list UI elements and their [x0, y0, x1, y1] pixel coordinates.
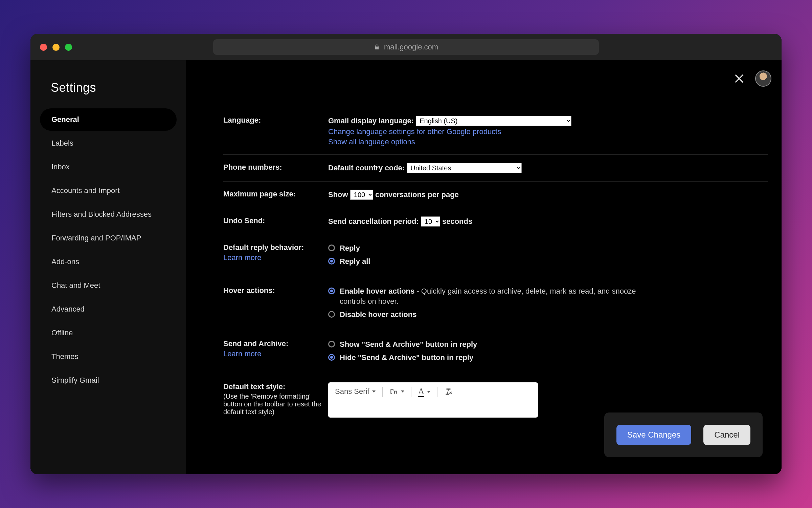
- content-reply: Reply Reply all: [328, 243, 768, 270]
- close-icon[interactable]: [734, 73, 745, 84]
- app-content: Settings General Labels Inbox Accounts a…: [30, 60, 782, 474]
- cancel-button[interactable]: Cancel: [703, 425, 750, 445]
- label-pagesize: Maximum page size:: [223, 190, 328, 200]
- undo-suffix: seconds: [442, 217, 472, 226]
- label-reply-text: Default reply behavior:: [223, 243, 304, 252]
- sidebar-title: Settings: [40, 74, 177, 108]
- default-country-code-label: Default country code:: [328, 164, 405, 172]
- undo-period-select[interactable]: 10: [421, 216, 440, 227]
- radio-reply-all-label: Reply all: [340, 256, 370, 267]
- sidebar-item-chat[interactable]: Chat and Meet: [40, 274, 177, 297]
- radio-reply[interactable]: Reply: [328, 243, 768, 254]
- save-changes-button[interactable]: Save Changes: [616, 425, 691, 445]
- titlebar: mail.google.com: [30, 34, 782, 60]
- radio-hover-enable[interactable]: Enable hover actions - Quickly gain acce…: [328, 286, 768, 307]
- content-undo: Send cancellation period: 10 seconds: [328, 216, 768, 227]
- top-right-controls: [734, 70, 771, 87]
- chevron-down-icon: [427, 391, 430, 393]
- gmail-display-language-label: Gmail display language:: [328, 117, 414, 125]
- radio-icon: [328, 245, 335, 251]
- row-undo: Undo Send: Send cancellation period: 10 …: [223, 208, 768, 235]
- content-phone: Default country code: United States: [328, 163, 768, 173]
- link-sendarchive-learn-more[interactable]: Learn more: [223, 350, 328, 358]
- sidebar-item-accounts[interactable]: Accounts and Import: [40, 179, 177, 202]
- font-family-dropdown[interactable]: Sans Serif: [335, 387, 376, 396]
- content-hover: Enable hover actions - Quickly gain acce…: [328, 286, 768, 323]
- hover-enable-label: Enable hover actions: [340, 287, 414, 295]
- undo-period-label: Send cancellation period:: [328, 217, 419, 226]
- label-textstyle-hint: (Use the 'Remove formatting' button on t…: [223, 393, 328, 416]
- pagesize-select[interactable]: 100: [350, 190, 373, 200]
- radio-icon: [328, 288, 335, 294]
- separator: [382, 387, 383, 397]
- separator: [437, 387, 437, 397]
- browser-window: mail.google.com Settings General Labels …: [30, 34, 782, 474]
- chevron-down-icon: [401, 390, 404, 393]
- avatar[interactable]: [755, 70, 771, 87]
- radio-icon: [328, 354, 335, 361]
- maximize-window-button[interactable]: [65, 44, 72, 51]
- sidebar-item-general[interactable]: General: [40, 108, 177, 131]
- label-language: Language:: [223, 116, 328, 146]
- radio-icon: [328, 311, 335, 318]
- remove-formatting-icon: [444, 387, 453, 396]
- font-size-dropdown[interactable]: [389, 387, 404, 396]
- sidebar-item-inbox[interactable]: Inbox: [40, 156, 177, 178]
- content-language: Gmail display language: English (US) Cha…: [328, 116, 768, 146]
- label-textstyle-text: Default text style:: [223, 382, 285, 391]
- sidebar-item-labels[interactable]: Labels: [40, 132, 177, 154]
- text-size-icon: [389, 387, 398, 396]
- settings-main: Language: Gmail display language: Englis…: [186, 60, 782, 474]
- radio-icon: [328, 258, 335, 264]
- radio-reply-all[interactable]: Reply all: [328, 256, 768, 267]
- sidebar-item-filters[interactable]: Filters and Blocked Addresses: [40, 203, 177, 226]
- minimize-window-button[interactable]: [52, 44, 60, 51]
- pagesize-suffix: conversations per page: [375, 190, 459, 199]
- sidebar-item-simplify[interactable]: Simplify Gmail: [40, 369, 177, 391]
- label-sendarchive-text: Send and Archive:: [223, 339, 288, 348]
- label-textstyle: Default text style: (Use the 'Remove for…: [223, 382, 328, 418]
- link-show-all-language-options[interactable]: Show all language options: [328, 137, 768, 146]
- radio-sendarchive-show[interactable]: Show "Send & Archive" button in reply: [328, 339, 768, 350]
- label-reply: Default reply behavior: Learn more: [223, 243, 328, 270]
- radio-sendarchive-hide[interactable]: Hide "Send & Archive" button in reply: [328, 353, 768, 363]
- sidebar-item-offline[interactable]: Offline: [40, 322, 177, 344]
- row-hover: Hover actions: Enable hover actions - Qu…: [223, 278, 768, 331]
- font-family-label: Sans Serif: [335, 387, 369, 396]
- sidebar-item-advanced[interactable]: Advanced: [40, 298, 177, 320]
- footer-action-bar: Save Changes Cancel: [604, 412, 763, 457]
- text-color-dropdown[interactable]: A: [418, 387, 431, 397]
- separator: [411, 387, 411, 397]
- radio-hover-disable[interactable]: Disable hover actions: [328, 310, 768, 320]
- traffic-lights: [40, 44, 72, 51]
- row-sendarchive: Send and Archive: Learn more Show "Send …: [223, 331, 768, 374]
- sendarchive-hide-label: Hide "Send & Archive" button in reply: [340, 353, 473, 363]
- close-window-button[interactable]: [40, 44, 47, 51]
- language-select[interactable]: English (US): [416, 116, 571, 126]
- country-code-select[interactable]: United States: [407, 163, 522, 173]
- sidebar-item-forwarding[interactable]: Forwarding and POP/IMAP: [40, 227, 177, 249]
- hover-disable-label: Disable hover actions: [340, 310, 416, 320]
- link-change-language-other-products[interactable]: Change language settings for other Googl…: [328, 127, 768, 136]
- row-pagesize: Maximum page size: Show 100 conversation…: [223, 182, 768, 208]
- content-textstyle: Sans Serif A: [328, 382, 768, 418]
- sendarchive-show-label: Show "Send & Archive" button in reply: [340, 339, 477, 350]
- text-style-toolbar: Sans Serif A: [328, 382, 538, 418]
- content-sendarchive: Show "Send & Archive" button in reply Hi…: [328, 339, 768, 366]
- text-color-icon: A: [418, 387, 425, 397]
- address-bar[interactable]: mail.google.com: [213, 39, 599, 55]
- radio-icon: [328, 341, 335, 347]
- sidebar-item-themes[interactable]: Themes: [40, 345, 177, 368]
- link-reply-learn-more[interactable]: Learn more: [223, 253, 328, 262]
- lock-icon: [374, 44, 380, 50]
- label-sendarchive: Send and Archive: Learn more: [223, 339, 328, 366]
- row-language: Language: Gmail display language: Englis…: [223, 108, 768, 155]
- content-pagesize: Show 100 conversations per page: [328, 190, 768, 200]
- label-undo: Undo Send:: [223, 216, 328, 227]
- address-url: mail.google.com: [384, 43, 438, 51]
- chevron-down-icon: [372, 390, 376, 393]
- sidebar-item-addons[interactable]: Add-ons: [40, 251, 177, 273]
- pagesize-show: Show: [328, 190, 348, 199]
- radio-reply-label: Reply: [340, 243, 360, 254]
- remove-formatting-button[interactable]: [444, 387, 453, 396]
